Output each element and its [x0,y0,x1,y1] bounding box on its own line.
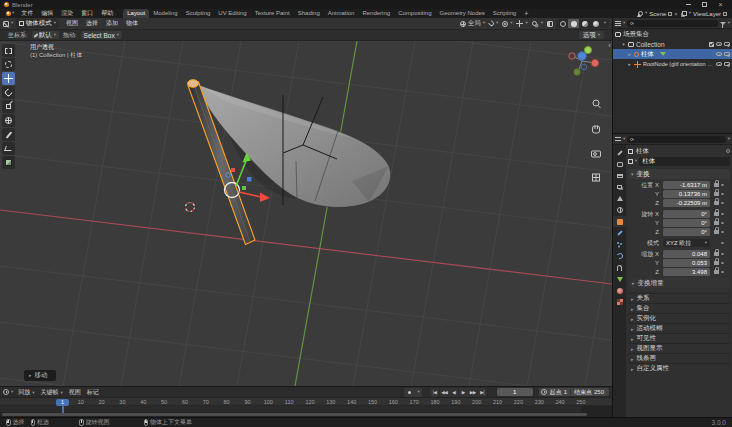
frame-start-field[interactable]: 起点 1 [547,388,570,397]
menubar-menu[interactable]: 帮助 [97,9,117,18]
number-field[interactable]: 3.498 [663,268,710,276]
object-name-field[interactable]: 柱体 [639,157,730,166]
properties-editor-type-button[interactable]: ▾ [615,137,625,142]
tab-view-layer[interactable] [613,182,626,193]
animate-dot[interactable] [721,231,724,234]
properties-section[interactable]: ▸ 运动模糊 [628,323,730,333]
animate-dot[interactable] [721,184,724,187]
shading-dropdown[interactable]: ▾ [601,19,609,28]
tab-render[interactable] [613,159,626,170]
lock-icon[interactable] [714,192,719,196]
jump-to-start-button[interactable]: |◀ [430,388,439,397]
workspace-tab[interactable]: Scripting [489,9,520,18]
overlays-dropdown[interactable]: ▾ [532,21,543,26]
operator-panel[interactable]: ▸ 移动 [24,370,56,382]
options-dropdown[interactable]: 选项▾ [579,31,604,40]
rotation-mode-dropdown[interactable]: XYZ 欧拉▾ [663,239,710,247]
minimize-button[interactable] [681,0,696,9]
zoom-view-icon[interactable] [593,100,601,108]
animate-dot[interactable] [721,222,724,225]
number-field[interactable]: 0.048 [663,250,710,258]
properties-section[interactable]: ▸ 可见性 [628,333,730,343]
tab-material[interactable] [613,285,626,296]
frame-end-field[interactable]: 结束点 250 [571,388,607,397]
animate-dot[interactable] [721,253,724,256]
timeline-editor-type-button[interactable]: ▾ [3,389,13,395]
new-scene-icon[interactable] [668,12,672,16]
animate-dot[interactable] [721,271,724,274]
unlink-scene-icon[interactable]: × [674,11,678,17]
lock-icon[interactable] [714,212,719,216]
add-workspace-button[interactable]: + [520,10,532,17]
transform-orientation-dropdown[interactable]: 全局▾ [460,19,485,28]
workspace-tab[interactable]: UV Editing [214,9,250,18]
maximize-button[interactable] [697,0,712,9]
outliner-row-cylinder[interactable]: ▸ 柱体 [613,49,732,59]
workspace-tab[interactable]: Layout [123,9,149,18]
workspace-tab[interactable]: Sculpting [182,9,215,18]
play-button[interactable]: ▶ [459,388,468,397]
xray-toggle[interactable] [547,21,553,27]
timeline-menu[interactable]: 标记 [84,388,102,397]
current-frame-line[interactable] [62,406,64,413]
menubar-menu[interactable]: 编辑 [37,9,57,18]
menubar-menu[interactable]: 文件 [17,9,37,18]
snap-dropdown[interactable]: ▾ [489,21,498,26]
animate-dot[interactable] [721,213,724,216]
proportional-editing-dropdown[interactable]: ▾ [502,21,512,27]
menubar-menu[interactable]: 渲染 [57,9,77,18]
tab-constraints[interactable] [613,262,626,273]
blender-menu-button[interactable]: ▾ [3,11,17,16]
timeline-menu[interactable]: 视图 [66,388,84,397]
properties-filter-dropdown[interactable]: ▾ [728,137,730,142]
disclosure-icon[interactable]: ▸ [627,61,632,67]
tab-texture[interactable] [613,297,626,308]
cursor-tool[interactable] [2,58,15,71]
shading-material-button[interactable] [579,19,590,28]
number-field[interactable]: 0.13736 m [663,190,710,198]
disable-in-render-icon[interactable] [724,62,730,67]
lock-icon[interactable] [714,270,719,274]
annotate-tool[interactable] [2,128,15,141]
number-field[interactable]: 0.053 [663,259,710,267]
next-keyframe-button[interactable]: ▶▶ [468,388,477,397]
number-field[interactable]: 0° [663,228,710,236]
lock-icon[interactable] [714,252,719,256]
viewport-canvas[interactable]: 用户透视 (1) Collection | 柱体 ‹ ▸ 移动 [0,41,612,386]
lock-icon[interactable] [714,221,719,225]
animate-dot[interactable] [721,242,724,245]
properties-section[interactable]: ▸ 线条画 [628,353,730,363]
viewlayer-selector[interactable]: ▾ ViewLayer [682,11,727,17]
hide-in-viewport-icon[interactable] [716,52,722,56]
animate-dot[interactable] [721,262,724,265]
jump-to-end-button[interactable]: ▶| [478,388,487,397]
close-button[interactable]: × [713,0,728,9]
sidebar-toggle-icon[interactable]: ‹ [608,41,611,50]
workspace-tab[interactable]: Rendering [358,9,394,18]
scene-selector[interactable]: ▾ Scene × [637,11,678,17]
delta-transform-section[interactable]: ▸ 变换增量 [629,278,729,288]
add-cube-tool[interactable] [2,156,15,169]
viewport-menu[interactable]: 视图 [62,19,82,28]
move-tool[interactable] [2,72,15,85]
scale-tool[interactable] [2,100,15,113]
outliner-row-rootnode[interactable]: ▸ RootNode (gltf orientation matrix) [613,59,732,69]
keying-dropdown[interactable]: ▾ [415,388,422,397]
shading-solid-button[interactable] [568,19,579,28]
number-field[interactable]: -1.6317 m [663,181,710,189]
tab-object-data[interactable] [613,274,626,285]
workspace-tab[interactable]: Shading [294,9,324,18]
lock-icon[interactable] [714,183,719,187]
camera-view-icon[interactable] [592,151,601,157]
auto-keying-button[interactable] [404,388,415,397]
hide-in-viewport-icon[interactable] [716,62,722,66]
properties-section[interactable]: ▸ 自定义属性 [628,363,730,373]
tab-particles[interactable] [613,239,626,250]
tab-modifiers[interactable] [613,228,626,239]
transform-tool[interactable] [2,114,15,127]
perspective-toggle-icon[interactable] [593,174,600,181]
tab-scene[interactable] [613,193,626,204]
lock-icon[interactable] [714,201,719,205]
measure-tool[interactable] [2,142,15,155]
viewport-menu[interactable]: 选择 [82,19,102,28]
